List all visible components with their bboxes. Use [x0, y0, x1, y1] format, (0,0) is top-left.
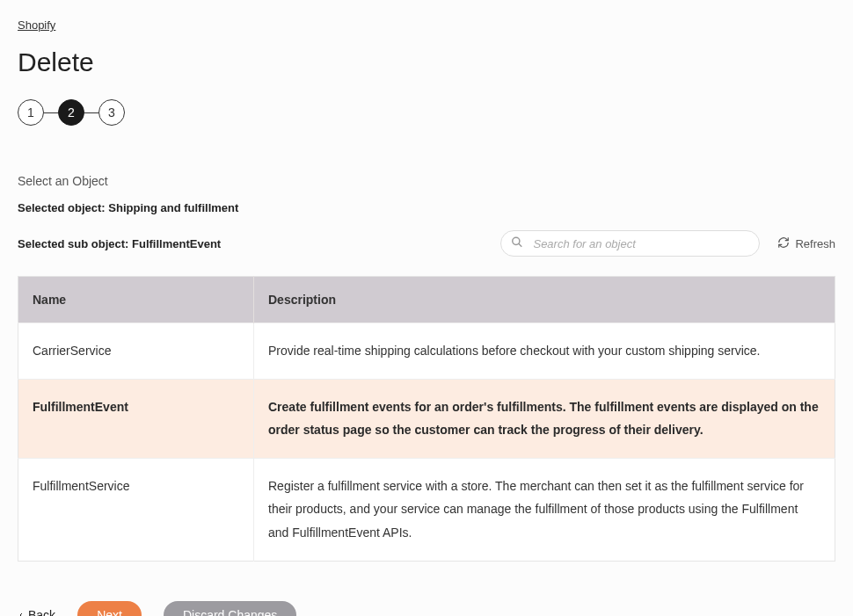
- chevron-left-icon: [18, 608, 25, 616]
- selected-object-line: Selected object: Shipping and fulfillmen…: [18, 201, 835, 214]
- back-label: Back: [28, 608, 55, 616]
- row-name: FulfillmentService: [18, 458, 254, 561]
- selected-sub-object-line: Selected sub object: FulfillmentEvent: [18, 237, 221, 250]
- stepper: 1 2 3: [18, 99, 835, 126]
- table-row[interactable]: FulfillmentEvent Create fulfillment even…: [18, 379, 835, 458]
- row-description: Provide real-time shipping calculations …: [254, 323, 835, 380]
- step-connector: [84, 112, 98, 113]
- refresh-button[interactable]: Refresh: [777, 236, 835, 251]
- refresh-label: Refresh: [795, 237, 835, 250]
- back-button[interactable]: Back: [18, 608, 55, 616]
- refresh-icon: [777, 236, 790, 251]
- step-connector: [44, 112, 58, 113]
- row-description: Register a fulfillment service with a st…: [254, 458, 835, 561]
- breadcrumb-shopify[interactable]: Shopify: [18, 18, 55, 32]
- row-name: FulfillmentEvent: [18, 379, 254, 458]
- row-description: Create fulfillment events for an order's…: [254, 379, 835, 458]
- object-table: Name Description CarrierService Provide …: [18, 276, 835, 562]
- search-wrap: [500, 230, 760, 257]
- table-header-description: Description: [254, 277, 835, 323]
- search-input[interactable]: [500, 230, 760, 257]
- table-row[interactable]: FulfillmentService Register a fulfillmen…: [18, 458, 835, 561]
- table-row[interactable]: CarrierService Provide real-time shippin…: [18, 323, 835, 380]
- section-label: Select an Object: [18, 174, 835, 188]
- page-title: Delete: [18, 47, 835, 77]
- step-3[interactable]: 3: [98, 99, 125, 126]
- table-header-name: Name: [18, 277, 254, 323]
- row-name: CarrierService: [18, 323, 254, 380]
- step-2[interactable]: 2: [58, 99, 84, 126]
- discard-button[interactable]: Discard Changes: [164, 601, 296, 616]
- next-button[interactable]: Next: [77, 601, 142, 616]
- step-1[interactable]: 1: [18, 99, 44, 126]
